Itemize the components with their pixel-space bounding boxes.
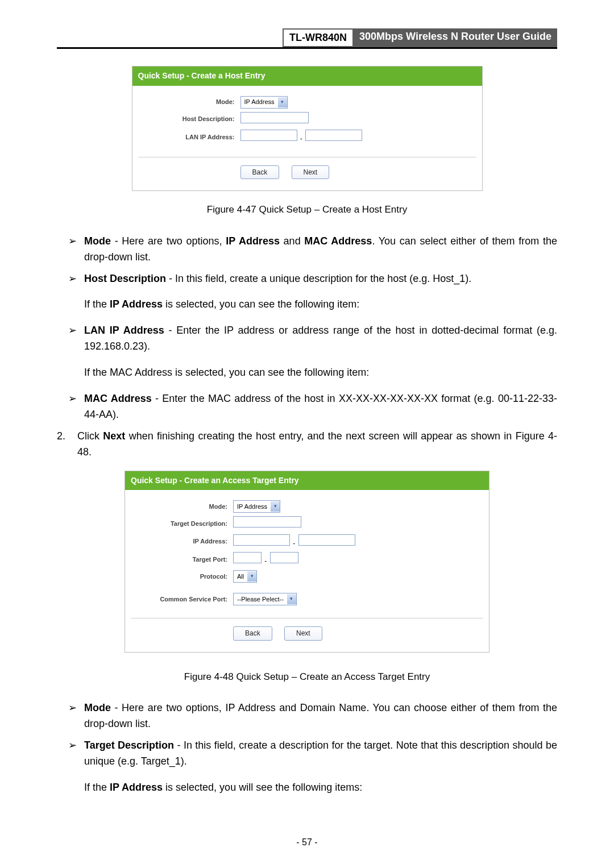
fig48-mode-value: IP Address: [234, 502, 271, 512]
para-ip-selected-1: If the IP Address is selected, you can s…: [84, 297, 557, 313]
fig48-csp-value: --Please Pelect--: [234, 595, 287, 604]
range-sep: -: [299, 134, 304, 144]
fig48-protocol-value: All: [234, 572, 247, 582]
fig48-protocol-label: Protocol:: [131, 572, 233, 582]
fig48-back-button[interactable]: Back: [233, 626, 272, 641]
bullet1-mac: MAC Address - Enter the MAC address of t…: [84, 391, 557, 423]
figure-47-title: Quick Setup - Create a Host Entry: [132, 67, 482, 86]
fig48-ip-to[interactable]: [298, 534, 355, 546]
fig48-targetdesc-input[interactable]: [233, 516, 301, 528]
figure-47-caption: Figure 4-47 Quick Setup – Create a Host …: [57, 202, 557, 217]
step-2-number: 2.: [57, 429, 77, 460]
chevron-down-icon: ▾: [278, 97, 287, 107]
fig48-csp-label: Common Service Port:: [131, 595, 233, 604]
step-2-text: Click Next when finishing creating the h…: [77, 429, 557, 460]
bullet-marker: ➢: [68, 391, 84, 423]
bullet1-lanip: LAN IP Address - Enter the IP address or…: [84, 323, 557, 355]
fig47-hostdesc-input[interactable]: [240, 112, 309, 123]
fig47-back-button[interactable]: Back: [240, 165, 280, 180]
fig48-mode-select[interactable]: IP Address ▾: [233, 500, 280, 513]
para-mac-selected: If the MAC Address is selected, you can …: [84, 365, 557, 381]
chevron-down-icon: ▾: [247, 571, 256, 582]
fig48-targetdesc-label: Target Description:: [131, 519, 233, 529]
figure-48-caption: Figure 4-48 Quick Setup – Create an Acce…: [57, 670, 557, 684]
fig48-next-button[interactable]: Next: [284, 626, 322, 641]
fig48-port-to[interactable]: [270, 552, 298, 563]
header-model: TL-WR840N: [283, 28, 354, 47]
fig47-lanip-from[interactable]: [240, 130, 297, 141]
page-number: - 57 -: [0, 837, 614, 848]
fig48-port-label: Target Port:: [131, 555, 233, 564]
fig47-mode-label: Mode:: [138, 97, 240, 107]
fig48-csp-select[interactable]: --Please Pelect-- ▾: [233, 593, 297, 605]
figure-48-panel: Quick Setup - Create an Access Target En…: [125, 471, 489, 653]
para-ip-selected-2: If the IP Address is selected, you will …: [84, 780, 557, 796]
range-sep: -: [292, 538, 296, 549]
bullet1-hostdesc: Host Description - In this field, create…: [84, 271, 557, 287]
fig48-port-from[interactable]: [233, 552, 262, 563]
figure-48-title: Quick Setup - Create an Access Target En…: [125, 471, 489, 491]
chevron-down-icon: ▾: [271, 501, 280, 512]
fig48-protocol-select[interactable]: All ▾: [233, 570, 257, 583]
bullet2-mode: Mode - Here are two options, IP Address …: [84, 700, 557, 732]
range-sep: -: [263, 556, 268, 567]
fig47-mode-select[interactable]: IP Address ▾: [240, 96, 288, 109]
fig48-ip-from[interactable]: [233, 534, 290, 546]
fig47-next-button[interactable]: Next: [292, 165, 330, 180]
fig47-lanip-label: LAN IP Address:: [138, 132, 240, 142]
bullet2-targetdesc: Target Description - In this field, crea…: [84, 738, 557, 770]
doc-header: TL-WR840N 300Mbps Wireless N Router User…: [57, 28, 557, 47]
figure-47-panel: Quick Setup - Create a Host Entry Mode: …: [132, 66, 483, 191]
fig48-mode-label: Mode:: [131, 502, 233, 512]
chevron-down-icon: ▾: [287, 594, 296, 604]
header-title: 300Mbps Wireless N Router User Guide: [354, 28, 557, 47]
bullet-marker: ➢: [68, 323, 84, 355]
bullet1-mode: Mode - Here are two options, IP Address …: [84, 234, 557, 265]
bullet-marker: ➢: [68, 271, 84, 287]
fig47-hostdesc-label: Host Description:: [138, 114, 240, 124]
fig47-lanip-to[interactable]: [305, 130, 362, 141]
bullet-marker: ➢: [68, 234, 84, 265]
fig47-mode-value: IP Address: [241, 97, 278, 107]
bullet-marker: ➢: [68, 738, 84, 770]
bullet-marker: ➢: [68, 700, 84, 732]
fig48-ip-label: IP Address:: [131, 537, 233, 546]
